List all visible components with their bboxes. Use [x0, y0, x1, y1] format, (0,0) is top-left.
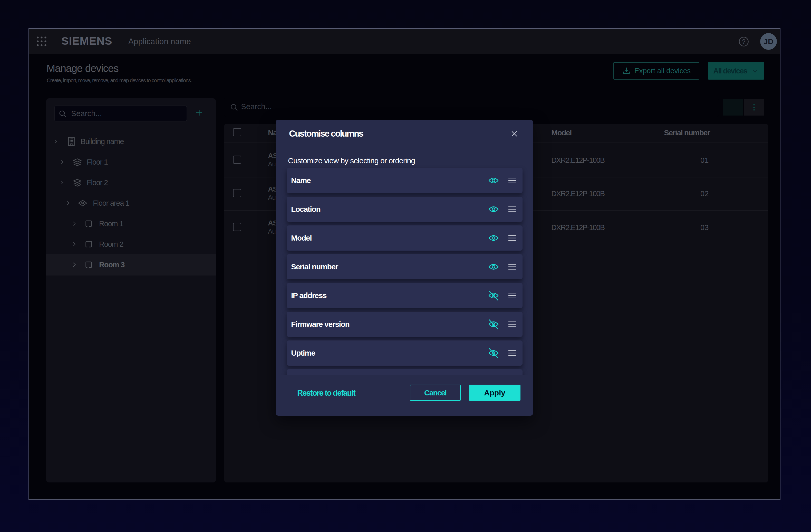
svg-text:?: ? [742, 38, 745, 45]
